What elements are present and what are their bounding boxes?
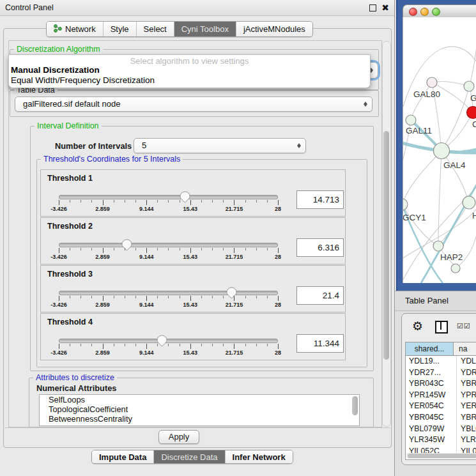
table-row[interactable]: YBR043CYBR0: [406, 378, 476, 390]
list-item[interactable]: BetweennessCentrality: [40, 414, 359, 424]
table-header-row: shared... na: [406, 342, 476, 356]
select-columns-icon[interactable]: ☑☑: [457, 322, 471, 330]
threshold-1-label: Threshold 1: [47, 174, 93, 183]
tick-label: 28: [275, 206, 281, 212]
threshold-1-box: Threshold 1 -3.426 2.859 9.144 15.43 21.…: [40, 169, 346, 217]
tab-cyni-toolbox[interactable]: Cyni Toolbox: [174, 22, 236, 36]
network-node: [403, 199, 408, 210]
tick-label: 9.144: [139, 206, 154, 212]
application-window: Control Panel ✖ Network Style Se: [0, 0, 476, 476]
menu-item-manual-discretization[interactable]: Manual Discretization: [11, 65, 100, 75]
tick-label: -3.426: [50, 254, 67, 260]
tab-discretize-data[interactable]: Discretize Data: [154, 450, 225, 463]
number-of-intervals-value: 5: [142, 141, 146, 150]
threshold-coordinates-label: Threshold's Coordinates for 5 Intervals: [41, 155, 183, 164]
network-node: [434, 143, 450, 159]
tab-infer-network[interactable]: Infer Network: [226, 450, 293, 463]
tick-label: 21.715: [226, 206, 243, 212]
table-row[interactable]: YBL079WYBL0: [406, 424, 476, 435]
tick-label: 2.859: [95, 254, 110, 260]
separator: [4, 427, 390, 428]
algorithm-dropdown-popup: Select algorithm to view settings Manual…: [8, 54, 371, 88]
table-row[interactable]: YER054CYER0: [406, 401, 476, 412]
table-hscrollbar-thumb[interactable]: [408, 454, 476, 458]
network-graph: GAL80 GA C GAL11 GAL4 GCY1 H HAP2: [403, 17, 476, 283]
network-window-titlebar[interactable]: [403, 4, 476, 19]
apply-button[interactable]: Apply: [158, 430, 199, 444]
threshold-3-box: Threshold 3 -3.426 2.859 9.144 15.43 21.…: [40, 265, 346, 312]
table-panel-title: Table Panel: [405, 291, 449, 310]
minimize-traffic-light[interactable]: [420, 8, 429, 16]
numerical-attributes-label: Numerical Attributes: [36, 383, 116, 393]
table-row[interactable]: YBR045CYBR0: [406, 412, 476, 424]
list-item[interactable]: TopologicalCoefficient: [40, 404, 359, 414]
node-table: shared... na YDL19...YDL1 YDR27...YDR2 Y…: [405, 342, 476, 460]
number-of-intervals-combobox[interactable]: 5: [134, 138, 306, 153]
control-panel-titlebar: Control Panel ✖: [0, 0, 394, 16]
tick-label: 2.859: [95, 302, 110, 308]
control-panel-tabs: Network Style Select Cyni Toolbox jActiv…: [46, 21, 313, 37]
menu-item-equal-width-frequency[interactable]: Equal Width/Frequency Discretization: [11, 75, 155, 85]
threshold-2-label: Threshold 2: [47, 222, 93, 231]
network-node: [467, 107, 476, 119]
tab-select[interactable]: Select: [137, 22, 174, 36]
tick-label: 15.43: [183, 302, 198, 308]
list-scrollbar-thumb[interactable]: [352, 396, 358, 415]
close-icon[interactable]: ✖: [381, 1, 389, 14]
combo-arrows-icon: [364, 100, 367, 109]
node-label: C: [472, 119, 476, 129]
table-row[interactable]: YLR345WYLR3: [406, 434, 476, 446]
table-panel-window: ⚙ ☑☑ shared... na YDL19...YDL1 YDR27...Y…: [401, 313, 476, 465]
threshold-4-value-field[interactable]: 11.344: [296, 334, 344, 353]
network-node: [451, 264, 460, 273]
number-of-intervals-label: Number of Intervals: [55, 141, 132, 151]
node-label: GCY1: [403, 213, 426, 222]
panel-title: Control Panel: [5, 0, 54, 15]
tab-impute-data[interactable]: Impute Data: [92, 450, 154, 463]
tab-style[interactable]: Style: [104, 22, 137, 36]
discretization-algorithm-label: Discretization Algorithm: [14, 45, 103, 54]
attributes-group-label: Attributes to discretize: [33, 373, 117, 382]
tick-label: 21.715: [226, 302, 243, 308]
table-panel-titlebar: Table Panel: [395, 291, 476, 311]
node-label: GAL4: [443, 160, 466, 170]
tab-jactivemnodules[interactable]: jActiveMNodules: [236, 22, 312, 36]
node-label: GAL11: [406, 126, 432, 135]
algorithm-hint-text: Select algorithm to view settings: [9, 56, 370, 66]
threshold-2-value-field[interactable]: 6.316: [296, 238, 344, 257]
threshold-3-value-field[interactable]: 21.4: [296, 286, 344, 305]
table-row[interactable]: YDR27...YDR2: [406, 367, 476, 379]
tick-label: 21.715: [226, 254, 243, 260]
table-data-value: galFiltered.sif default node: [23, 99, 120, 109]
panel-scrollbar-thumb[interactable]: [383, 131, 389, 360]
network-node: [406, 115, 416, 125]
tick-label: 9.144: [139, 349, 154, 356]
threshold-2-box: Threshold 2 -3.426 2.859 9.144 15.43 21.…: [40, 217, 346, 265]
numerical-attributes-list[interactable]: SelfLoops TopologicalCoefficient Between…: [39, 394, 360, 426]
panel-scrollbar[interactable]: [382, 41, 391, 427]
threshold-1-value-field[interactable]: 14.713: [296, 190, 344, 209]
table-row[interactable]: YPR145WYPR1: [406, 390, 476, 401]
node-label: H: [472, 211, 476, 220]
threshold-4-label: Threshold 4: [47, 318, 93, 326]
node-label: GAL80: [413, 89, 440, 99]
tick-label: 28: [275, 302, 281, 308]
node-label: HAP2: [440, 252, 463, 262]
table-row[interactable]: YDL19...YDL1: [406, 356, 476, 367]
zoom-traffic-light[interactable]: [432, 8, 440, 16]
list-item[interactable]: SelfLoops: [40, 395, 359, 404]
network-node: [463, 196, 475, 209]
split-columns-icon[interactable]: [435, 321, 448, 334]
column-header-name[interactable]: na: [454, 342, 476, 355]
table-horizontal-scrollbar[interactable]: [406, 453, 476, 459]
table-data-combobox[interactable]: galFiltered.sif default node: [15, 96, 372, 112]
network-icon: [54, 24, 62, 35]
close-traffic-light[interactable]: [409, 8, 417, 16]
tab-network[interactable]: Network: [47, 22, 104, 36]
tick-label: 28: [275, 254, 281, 260]
gear-icon[interactable]: ⚙: [412, 319, 423, 334]
network-canvas[interactable]: GAL80 GA C GAL11 GAL4 GCY1 H HAP2: [403, 17, 476, 283]
column-header-shared-name[interactable]: shared...: [406, 342, 454, 355]
cyni-bottom-tabs: Impute Data Discretize Data Infer Networ…: [91, 450, 293, 464]
float-window-icon[interactable]: [369, 4, 376, 12]
